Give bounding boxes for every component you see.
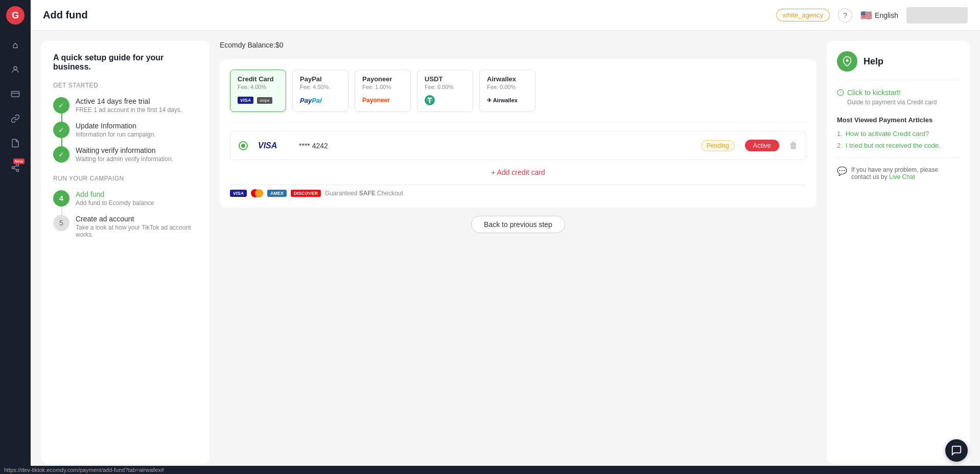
step-4-text: Add fund Add fund to Ecomdy balance [76,190,154,207]
get-started-label: Get started [53,82,197,89]
new-badge: New [13,159,25,164]
main-area: Add fund white_agency ? 🇺🇸 English A qui… [31,0,980,474]
airwallex-logo: ✈ Airwallex [487,94,528,106]
sidebar-logo[interactable]: G [6,6,25,25]
live-chat-link[interactable]: Live Chat [889,173,915,180]
step-1-text: Active 14 days free trial FREE 1 ad acco… [76,97,182,114]
sidebar-item-cards[interactable] [5,84,26,104]
visa-mini-logo: VISA [238,97,253,104]
agency-badge[interactable]: white_agency [776,9,830,21]
pending-badge: Pending [701,140,735,151]
delete-card-icon[interactable]: 🗑 [789,141,798,150]
balance-label: Ecomdy Balance: [220,41,275,49]
svg-rect-1 [12,92,19,97]
kickstart-link[interactable]: Click to kickstart! [837,88,960,97]
article-1-num: 1. [837,130,843,138]
kickstart-desc: Guide to payment via Credit card [847,99,960,106]
payment-card: Credit Card Fee: 4.00% VISA stripe PayPa… [220,59,816,208]
sidebar-item-home[interactable]: ⌂ [5,35,26,55]
tab-airwallex-name: Airwallex [487,75,528,83]
safe-checkout-text: Guaranteed SAFE Checkout [325,190,403,197]
balance-display: Ecomdy Balance:$0 [220,41,816,49]
payoneer-logo: Payoneer [362,94,403,106]
credit-card-logo: VISA stripe [238,94,278,106]
sidebar-item-document[interactable] [5,133,26,153]
help-question-icon[interactable]: ? [838,8,852,22]
tab-payoneer-fee: Fee: 1.00% [362,84,403,90]
chat-fab-button[interactable] [945,439,968,462]
tab-credit-card[interactable]: Credit Card Fee: 4.00% VISA stripe [230,70,286,112]
safe-amex-icon: AMEX [267,190,287,197]
setup-title: A quick setup guide for your business. [53,53,197,72]
sidebar-item-users[interactable] [5,59,26,80]
contact-text: If you have any problem, please contact … [851,166,960,180]
page-title: Add fund [43,9,88,21]
kickstart-section: Click to kickstart! Guide to payment via… [837,88,960,106]
balance-amount: $0 [275,41,284,49]
kickstart-label: Click to kickstart! [847,88,901,97]
step-1-desc: FREE 1 ad account in the first 14 days. [76,106,182,114]
step-3-title: Waiting verify information [76,146,173,154]
article-2-num: 2. [837,142,843,149]
safe-mastercard-icon [251,189,263,197]
stripe-mini-logo: stripe [257,97,272,104]
step-5-icon: 5 [53,215,69,231]
article-1[interactable]: 1. How to activate Credit card? [837,130,960,138]
saved-card-row: VISA **** 4242 Pending Active 🗑 [230,131,806,160]
flag-icon: 🇺🇸 [860,10,872,21]
step-3-icon: ✓ [53,146,69,163]
status-url: https://dev-tiktok.ecomdy.com/payment/ad… [4,467,164,473]
sidebar-item-share[interactable]: New [5,157,26,178]
card-radio[interactable] [239,141,248,150]
tab-airwallex-fee: Fee: 0.00% [487,84,528,90]
svg-point-9 [846,59,849,62]
svg-line-7 [14,166,16,167]
tab-paypal-name: PayPal [300,75,341,83]
help-icon-circle [837,51,857,72]
step-2-title: Update Information [76,122,156,130]
user-avatar[interactable] [906,7,968,24]
back-button[interactable]: Back to previous step [471,216,565,233]
step-1-icon: ✓ [53,97,69,114]
step-5-desc: Take a look at how your TikTok ad accoun… [76,224,197,238]
language-label: English [875,11,898,19]
step-5-text: Create ad account Take a look at how you… [76,215,197,238]
sidebar-item-link[interactable] [5,108,26,129]
tab-usdt-name: USDT [425,75,465,83]
language-selector[interactable]: 🇺🇸 English [860,10,898,21]
tab-credit-card-name: Credit Card [238,75,278,83]
chat-icon: 💬 [837,166,847,176]
step-3: ✓ Waiting verify information Waiting for… [53,146,197,163]
usdt-logo [425,94,465,106]
card-last4: **** 4242 [299,142,691,150]
article-1-link[interactable]: How to activate Credit card? [846,130,929,138]
step-2: ✓ Update Information Information for run… [53,122,197,138]
step-5-title: Create ad account [76,215,197,223]
article-2-link[interactable]: I tried but not received the code. [846,142,941,149]
step-1: ✓ Active 14 days free trial FREE 1 ad ac… [53,97,197,114]
article-2[interactable]: 2. I tried but not received the code. [837,142,960,149]
tab-paypal[interactable]: PayPal Fee: 4.50% PayPal [292,70,348,112]
tab-airwallex[interactable]: Airwallex Fee: 0.00% ✈ Airwallex [479,70,535,112]
help-title: Help [864,56,883,67]
step-5: 5 Create ad account Take a look at how y… [53,215,197,238]
tab-paypal-fee: Fee: 4.50% [300,84,341,90]
svg-point-5 [16,169,19,172]
tab-payoneer[interactable]: Payoneer Fee: 1.00% Payoneer [355,70,411,112]
tab-usdt[interactable]: USDT Fee: 0.00% [417,70,473,112]
status-bar: https://dev-tiktok.ecomdy.com/payment/ad… [0,466,980,474]
step-4-title: Add fund [76,190,154,198]
step-2-icon: ✓ [53,122,69,138]
add-card-button[interactable]: + Add credit card [230,160,806,185]
step-3-text: Waiting verify information Waiting for a… [76,146,173,163]
svg-point-0 [14,66,17,70]
header-right: white_agency ? 🇺🇸 English [776,7,968,24]
safe-checkout-bar: VISA AMEX DISCOVER Guaranteed SAFE Check… [230,185,806,197]
svg-point-3 [16,164,19,167]
tab-payoneer-name: Payoneer [362,75,403,83]
articles-title: Most Viewed Payment Articles [837,116,960,124]
paypal-logo: PayPal [300,94,341,106]
safe-visa-icon: VISA [230,190,247,197]
payment-tabs: Credit Card Fee: 4.00% VISA stripe PayPa… [230,70,806,112]
step-2-desc: Information for run campaign. [76,131,156,138]
